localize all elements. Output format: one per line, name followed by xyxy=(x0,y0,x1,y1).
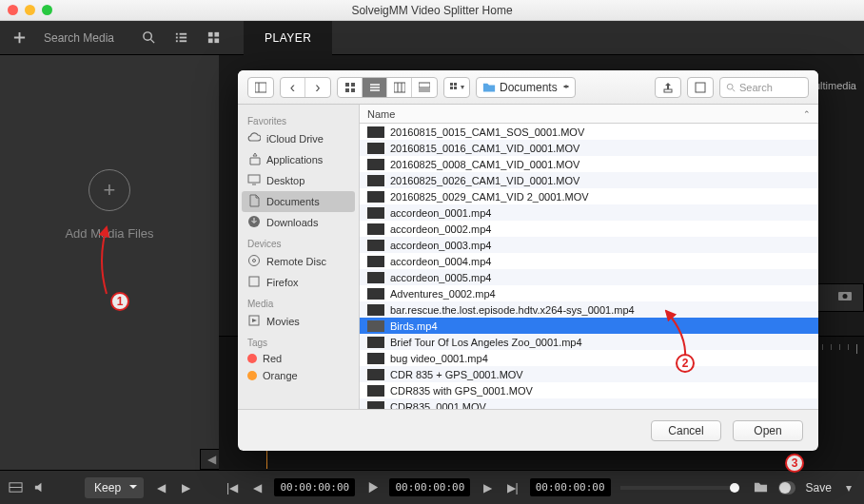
svg-rect-33 xyxy=(450,87,453,89)
file-row[interactable]: CDR835_0001.MOV xyxy=(360,398,818,409)
close-window-button[interactable] xyxy=(8,5,18,15)
sidebar-item[interactable]: Movies xyxy=(238,311,359,332)
tags-icon[interactable] xyxy=(688,78,713,97)
apps-icon xyxy=(247,152,261,167)
file-row[interactable]: accordeon_0005.mp4 xyxy=(360,269,818,285)
file-thumb-icon xyxy=(367,369,384,380)
dialog-search-placeholder: Search xyxy=(739,82,773,93)
svg-point-13 xyxy=(842,294,847,299)
view-columns-icon[interactable] xyxy=(387,78,412,97)
toggle-switch[interactable] xyxy=(778,481,796,494)
firefox-icon xyxy=(247,275,261,290)
toggle-sidebar-icon[interactable] xyxy=(248,78,273,97)
open-folder-icon[interactable] xyxy=(754,477,769,498)
sidebar-item[interactable]: Downloads xyxy=(238,212,359,233)
share-icon[interactable] xyxy=(656,78,680,97)
svg-rect-35 xyxy=(664,89,672,92)
file-row[interactable]: bug video_0001.mp4 xyxy=(360,350,818,366)
file-row[interactable]: CDR 835 + GPS_0001.MOV xyxy=(360,366,818,382)
svg-rect-2 xyxy=(175,33,177,35)
arrange-dropdown-icon[interactable]: ▾ xyxy=(444,78,469,97)
sidebar-item-label: Remote Disc xyxy=(266,256,326,267)
file-row[interactable]: accordeon_0002.mp4 xyxy=(360,221,818,237)
sidebar-item[interactable]: iCloud Drive xyxy=(238,128,359,149)
layout-icon[interactable] xyxy=(8,477,23,498)
file-thumb-icon xyxy=(367,126,384,138)
skip-fwd-icon[interactable]: ▶| xyxy=(505,477,520,498)
svg-rect-16 xyxy=(255,83,266,92)
file-row[interactable]: Adventures_0002.mp4 xyxy=(360,285,818,301)
file-row[interactable]: accordeon_0004.mp4 xyxy=(360,253,818,269)
add-button[interactable] xyxy=(6,27,32,49)
file-thumb-icon xyxy=(367,401,384,410)
dialog-search-input[interactable]: Search xyxy=(719,77,809,98)
sidebar-item[interactable]: Documents xyxy=(242,191,355,212)
file-row[interactable]: accordeon_0001.mp4 xyxy=(360,204,818,221)
skip-back-icon[interactable]: |◀ xyxy=(225,477,240,498)
save-button[interactable]: Save xyxy=(805,481,831,494)
add-media-label: Add Media Files xyxy=(0,226,219,241)
media-library-pane: + Add Media Files xyxy=(0,55,219,470)
zoom-slider[interactable] xyxy=(620,486,735,490)
sidebar-item[interactable]: Desktop xyxy=(238,170,359,191)
cloud-icon xyxy=(247,131,261,146)
sidebar-item[interactable]: Red xyxy=(238,350,359,367)
dialog-footer: Cancel Open xyxy=(238,409,818,451)
step-fwd-icon[interactable]: ▶ xyxy=(480,477,495,498)
search-media-input[interactable]: Search Media xyxy=(38,27,129,49)
file-list[interactable]: 20160815_0015_CAM1_SOS_0001.MOV20160815_… xyxy=(360,124,818,409)
file-name: accordeon_0003.mp4 xyxy=(390,240,491,251)
file-row[interactable]: 20160825_0029_CAM1_VID 2_0001.MOV xyxy=(360,188,818,204)
file-thumb-icon xyxy=(367,272,384,283)
sidebar-item[interactable]: Firefox xyxy=(238,272,359,293)
nav-back-button[interactable]: ‹ xyxy=(281,78,305,97)
file-row[interactable]: accordeon_0003.mp4 xyxy=(360,237,818,253)
file-row[interactable]: Birds.mp4 xyxy=(360,318,818,334)
step-back-icon[interactable]: ◀ xyxy=(249,477,265,498)
file-row[interactable]: bar.rescue.the.lost.episode.hdtv.x264-sy… xyxy=(360,301,818,318)
prev-marker-icon[interactable]: ◀ xyxy=(153,477,168,498)
file-row[interactable]: 20160825_0008_CAM1_VID_0001.MOV xyxy=(360,156,818,172)
disc-icon xyxy=(247,254,261,269)
sidebar-item-label: Movies xyxy=(266,316,300,327)
file-row[interactable]: 20160815_0016_CAM1_VID_0001.MOV xyxy=(360,140,818,156)
zoom-window-button[interactable] xyxy=(42,5,52,15)
sidebar-item[interactable]: Applications xyxy=(238,149,359,170)
sidebar-item[interactable]: Orange xyxy=(238,367,359,384)
file-row[interactable]: 20160825_0026_CAM1_VID_0001.MOV xyxy=(360,172,818,188)
add-media-area[interactable]: + Add Media Files xyxy=(0,169,219,241)
folder-dropdown[interactable]: Documents xyxy=(476,77,576,98)
tab-player[interactable]: PLAYER xyxy=(244,21,332,55)
open-button[interactable]: Open xyxy=(733,420,803,441)
grid-view-icon[interactable] xyxy=(200,27,226,49)
list-view-icon[interactable] xyxy=(167,27,194,49)
view-list-icon[interactable] xyxy=(363,78,387,97)
view-seg xyxy=(337,77,438,98)
sidebar-item[interactable]: Remote Disc xyxy=(238,251,359,272)
traffic-lights xyxy=(8,5,52,15)
minimize-window-button[interactable] xyxy=(25,5,35,15)
sidebar-toggle-seg xyxy=(247,77,274,98)
camera-icon[interactable] xyxy=(837,288,853,307)
dialog-sidebar: FavoritesiCloud DriveApplicationsDesktop… xyxy=(238,105,360,409)
file-row[interactable]: Brief Tour Of Los Angeles Zoo_0001.mp4 xyxy=(360,334,818,350)
cancel-button[interactable]: Cancel xyxy=(651,420,721,441)
volume-icon[interactable] xyxy=(32,477,48,498)
view-coverflow-icon[interactable] xyxy=(412,78,437,97)
play-icon[interactable] xyxy=(364,477,380,498)
search-icon[interactable] xyxy=(135,27,162,49)
svg-point-43 xyxy=(253,260,256,262)
file-row[interactable]: CDR835 with GPS_0001.MOV xyxy=(360,382,818,398)
view-icons-icon[interactable] xyxy=(338,78,363,97)
chevron-down-icon[interactable]: ▾ xyxy=(841,477,856,498)
time-mid-display: 00:00:00:00 xyxy=(389,478,470,496)
next-marker-icon[interactable]: ▶ xyxy=(178,477,193,498)
nav-forward-button[interactable]: › xyxy=(305,78,330,97)
annotation-callout-3: 3 xyxy=(785,454,804,473)
file-row[interactable]: 20160815_0015_CAM1_SOS_0001.MOV xyxy=(360,124,818,140)
file-name: accordeon_0005.mp4 xyxy=(390,272,491,283)
file-column-header[interactable]: Name ⌃ xyxy=(360,105,818,124)
svg-rect-36 xyxy=(696,83,705,92)
file-name: accordeon_0004.mp4 xyxy=(390,256,491,267)
keep-dropdown[interactable]: Keep xyxy=(85,477,144,498)
